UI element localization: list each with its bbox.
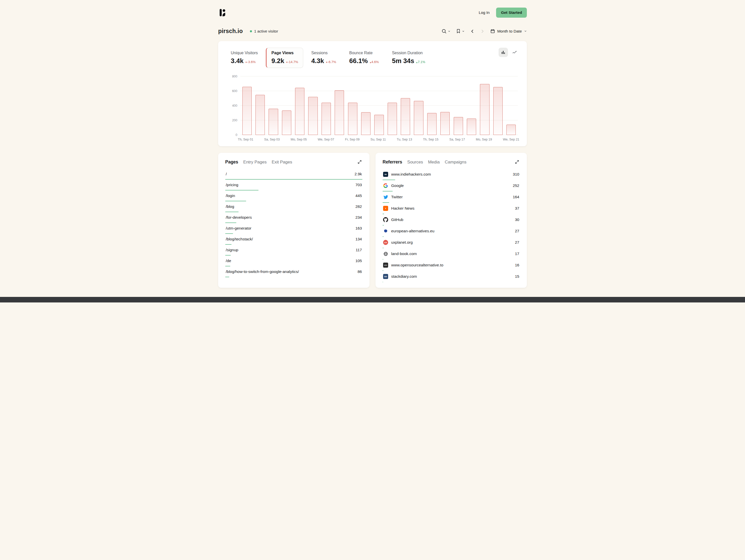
next-period-button[interactable] xyxy=(480,29,485,34)
expand-icon[interactable] xyxy=(357,159,362,165)
search-button[interactable] xyxy=(441,29,450,34)
list-item-hacker-news[interactable]: YHacker News37 xyxy=(383,203,520,214)
metric-unique-visitors[interactable]: Unique Visitors3.4k▾-3.6% xyxy=(226,48,263,68)
landbook-icon xyxy=(383,251,388,256)
chart-bar-fr-sep-16[interactable] xyxy=(440,112,450,135)
tab-entry-pages[interactable]: Entry Pages xyxy=(244,160,267,165)
chart-bar-mo-sep-12[interactable] xyxy=(388,103,397,135)
row-label-text: uxplanet.org xyxy=(391,240,413,245)
bar-slot xyxy=(333,76,346,135)
tab-exit-pages[interactable]: Exit Pages xyxy=(271,160,292,165)
bar-chart-toggle[interactable] xyxy=(498,48,508,57)
chart-bar-sa-sep-10[interactable] xyxy=(361,112,370,135)
row-label: /blog/techstack/ xyxy=(226,237,253,241)
chart-bar-tu-sep-13[interactable] xyxy=(401,98,410,135)
row-value: 105 xyxy=(355,258,362,263)
chart-bar-we-sep-07[interactable] xyxy=(322,103,331,135)
metric-session-duration[interactable]: Session Duration5m 34s▴7.1% xyxy=(387,48,430,68)
chart-bar-fr-sep-02[interactable] xyxy=(256,95,265,135)
chart-bar-fr-sep-09[interactable] xyxy=(348,103,357,135)
bar-slot xyxy=(280,76,293,135)
list-item-land-book-com[interactable]: land-book.com17 xyxy=(383,248,520,259)
x-axis-label xyxy=(412,138,423,141)
row-label-text: GitHub xyxy=(391,217,403,222)
list-item-blog-techstack[interactable]: /blog/techstack/134 xyxy=(225,234,362,245)
list-item-uxplanet-org[interactable]: UXuxplanet.org27 xyxy=(383,237,520,248)
list-item-blog-how-to-switch-from-google-analytics[interactable]: /blog/how-to-switch-from-google-analytic… xyxy=(225,267,362,277)
metric-page-views[interactable]: Page Views9.2k▾-14.7% xyxy=(266,48,303,68)
line-chart-toggle[interactable] xyxy=(510,48,519,57)
list-item-blog[interactable]: /blog282 xyxy=(225,201,362,212)
chart-bar-mo-sep-05[interactable] xyxy=(295,88,304,135)
list-item-[interactable]: /2.9k xyxy=(225,169,362,180)
list-item-twitter[interactable]: Twitter164 xyxy=(383,191,520,203)
tab-referrers[interactable]: Referrers xyxy=(383,159,402,165)
list-item-www-opensourcealternative-to[interactable]: </>www.opensourcealternative.to16 xyxy=(383,259,520,271)
row-value: 703 xyxy=(355,183,362,187)
chart-bar-th-sep-15[interactable] xyxy=(427,113,436,135)
metric-label: Bounce Rate xyxy=(349,51,379,55)
site-name[interactable]: pirsch.io xyxy=(218,28,243,35)
active-visitors[interactable]: 1 active visitor xyxy=(250,29,278,33)
list-item-stackdiary-com[interactable]: SDstackdiary.com15 xyxy=(383,271,520,282)
chart-bar-tu-sep-06[interactable] xyxy=(308,97,318,135)
tab-sources[interactable]: Sources xyxy=(407,160,423,165)
date-range-label: Month to Date xyxy=(497,29,522,34)
row-label: /for-developers xyxy=(226,215,252,220)
tab-campaigns[interactable]: Campaigns xyxy=(445,160,466,165)
metric-change: ▴4.6% xyxy=(370,60,379,64)
chart-bars xyxy=(240,76,518,135)
get-started-button[interactable]: Get Started xyxy=(496,7,527,18)
list-item-european-alternatives-eu[interactable]: european-alternatives.eu27 xyxy=(383,225,520,237)
list-item-utm-generator[interactable]: /utm-generator163 xyxy=(225,223,362,234)
list-item-de[interactable]: /de105 xyxy=(225,255,362,267)
x-axis-label xyxy=(386,138,397,141)
row-label-text: /blog/how-to-switch-from-google-analytic… xyxy=(226,270,299,274)
chart-bar-sa-sep-03[interactable] xyxy=(268,109,278,135)
list-item-for-developers[interactable]: /for-developers234 xyxy=(225,212,362,223)
chart-bar-we-sep-21[interactable] xyxy=(507,125,516,135)
x-axis-label: Th, Sep 15 xyxy=(423,138,438,141)
referrers-list: IHwww.indiehackers.com310Google252Twitte… xyxy=(383,169,520,282)
previous-period-button[interactable] xyxy=(470,29,475,34)
tab-media[interactable]: Media xyxy=(428,160,440,165)
row-label-text: /de xyxy=(226,258,231,263)
row-value: 445 xyxy=(355,193,362,198)
list-item-github[interactable]: GitHub30 xyxy=(383,214,520,225)
metric-sessions[interactable]: Sessions4.3k▾-6.7% xyxy=(306,48,341,68)
stackdiary-icon: SD xyxy=(383,274,388,279)
list-item-pricing[interactable]: /pricing703 xyxy=(225,180,362,190)
expand-icon[interactable] xyxy=(514,159,520,165)
pirsch-logo-icon[interactable] xyxy=(218,8,227,17)
chart-bar-su-sep-04[interactable] xyxy=(282,111,291,135)
google-icon xyxy=(383,183,388,188)
chart-bar-mo-sep-19[interactable] xyxy=(480,84,489,135)
tab-pages[interactable]: Pages xyxy=(225,159,238,165)
metric-bounce-rate[interactable]: Bounce Rate66.1%▴4.6% xyxy=(344,48,384,68)
chart-bar-th-sep-01[interactable] xyxy=(242,87,252,135)
hackernews-icon: Y xyxy=(383,206,388,211)
row-label: /blog xyxy=(226,204,234,209)
chart-bar-sa-sep-17[interactable] xyxy=(454,117,463,135)
bar-slot xyxy=(425,76,438,135)
chart-x-axis: Th, Sep 01Sa, Sep 03Mo, Sep 05We, Sep 07… xyxy=(226,138,519,141)
metric-number: 4.3k xyxy=(311,57,324,65)
bar-slot xyxy=(505,76,518,135)
list-item-google[interactable]: Google252 xyxy=(383,180,520,191)
list-item-www-indiehackers-com[interactable]: IHwww.indiehackers.com310 xyxy=(383,169,520,180)
log-in-link[interactable]: Log In xyxy=(479,10,489,15)
list-item-signup[interactable]: /signup117 xyxy=(225,245,362,255)
chart-bar-su-sep-11[interactable] xyxy=(374,115,384,135)
chart-bar-tu-sep-20[interactable] xyxy=(493,87,503,135)
row-label: / xyxy=(226,172,227,176)
row-value: 2.9k xyxy=(355,172,362,176)
pages-card-header: PagesEntry PagesExit Pages xyxy=(225,159,362,165)
date-range-selector[interactable]: Month to Date xyxy=(490,29,527,34)
row-label-text: land-book.com xyxy=(391,251,417,256)
list-item-login[interactable]: /login445 xyxy=(225,190,362,201)
metric-label: Page Views xyxy=(271,51,298,55)
chart-bar-we-sep-14[interactable] xyxy=(414,101,423,135)
chart-bar-th-sep-08[interactable] xyxy=(335,90,344,135)
chart-bar-su-sep-18[interactable] xyxy=(467,119,476,135)
bookmark-filter-button[interactable] xyxy=(456,29,464,34)
